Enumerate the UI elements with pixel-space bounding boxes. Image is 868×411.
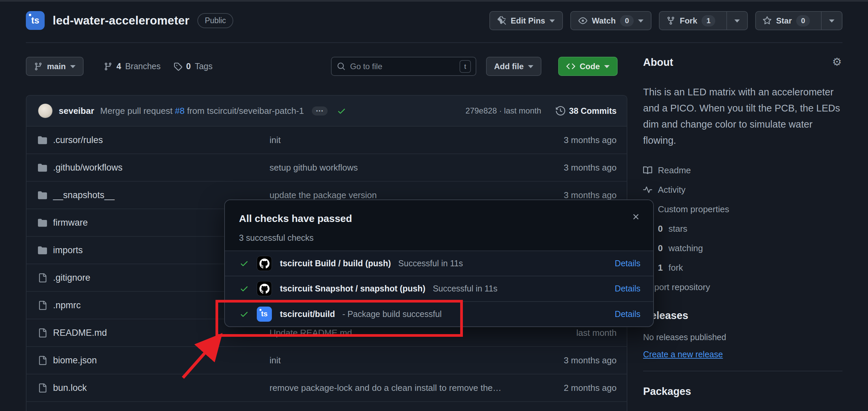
watching-count: 0 (658, 243, 662, 254)
repo-header: ts led-water-accelerometer Public (26, 11, 233, 30)
commit-sha-time[interactable]: 279e828 · last month (466, 106, 541, 116)
checks-dialog: All checks have passed 3 successful chec… (224, 200, 654, 327)
visibility-badge: Public (197, 13, 233, 28)
folder-icon (38, 246, 47, 255)
repo-owner-avatar[interactable]: ts (26, 11, 44, 30)
file-commit-date: 3 months ago (526, 135, 617, 145)
fork-button: Fork 1 (659, 11, 748, 30)
star-count: 0 (796, 15, 810, 27)
file-name[interactable]: __snapshots__ (53, 190, 115, 201)
file-commit-message[interactable]: init (270, 355, 526, 366)
go-to-file-box: t (331, 57, 476, 76)
details-link[interactable]: Details (615, 309, 641, 319)
check-icon (240, 310, 249, 319)
star-dropdown[interactable] (821, 12, 842, 30)
sidebar-item-label: Activity (658, 185, 685, 195)
file-name[interactable]: .npmrc (53, 300, 81, 311)
details-link[interactable]: Details (615, 284, 641, 293)
create-release-link[interactable]: Create a new release (643, 350, 723, 359)
watch-count: 0 (620, 15, 634, 27)
file-commit-message[interactable]: remove package-lock and do a clean insta… (270, 383, 526, 393)
report-repository-link[interactable]: Report repository (643, 277, 842, 297)
book-icon (643, 166, 652, 175)
edit-pins-button[interactable]: Edit Pins (489, 11, 563, 30)
check-name: tscircuit Snapshot / snapshot (push) (280, 284, 425, 293)
tags-label: Tags (195, 61, 213, 71)
file-name[interactable]: .gitignore (53, 273, 90, 283)
star-button-main[interactable]: Star 0 (756, 12, 817, 30)
branch-meta: 4 Branches 0 Tags (104, 57, 213, 76)
file-name[interactable]: bun.lock (53, 383, 87, 393)
sidebar-item-custom-properties[interactable]: Custom properties (643, 200, 842, 219)
file-name[interactable]: firmware (53, 217, 88, 228)
details-link[interactable]: Details (615, 259, 641, 268)
commits-count: 38 Commits (569, 106, 617, 116)
sidebar-item-label: Custom properties (658, 204, 729, 214)
check-status: Successful in 11s (398, 259, 463, 268)
releases-title: Releases (643, 310, 842, 322)
file-commit-message[interactable]: init (270, 135, 526, 145)
file-commit-date: 3 months ago (526, 190, 617, 201)
chevron-down-icon (550, 20, 555, 23)
commit-message[interactable]: Merge pull request #8 from tscircuit/sev… (100, 106, 304, 116)
commit-author-avatar[interactable] (38, 104, 53, 118)
file-name-cell: README.md (38, 328, 270, 338)
commit-history-link[interactable]: 38 Commits (556, 106, 617, 116)
close-icon[interactable] (631, 212, 641, 221)
file-icon (38, 328, 47, 337)
check-status: - Package build successful (342, 309, 442, 319)
file-commit-message[interactable]: Update README.md (270, 328, 526, 338)
branches-link[interactable]: 4 Branches (104, 61, 161, 71)
fork-dropdown[interactable] (726, 12, 747, 30)
sidebar-item-readme[interactable]: Readme (643, 160, 842, 180)
github-repo-page: ts led-water-accelerometer Public Edit P… (0, 0, 868, 411)
github-icon (257, 256, 272, 271)
edit-pins-label: Edit Pins (511, 16, 546, 26)
chevron-down-icon (638, 20, 644, 23)
github-icon (257, 281, 272, 296)
chevron-down-icon (604, 65, 610, 68)
repo-title[interactable]: led-water-accelerometer (53, 14, 189, 27)
fork-icon (666, 16, 675, 25)
file-commit-date: last month (526, 328, 617, 338)
branch-selector[interactable]: main (26, 57, 84, 76)
code-button[interactable]: Code (558, 57, 618, 76)
file-icon (38, 383, 47, 392)
check-name: tscircuit/build (280, 309, 335, 319)
checks-status-icon[interactable] (337, 107, 346, 116)
file-name[interactable]: .cursor/rules (53, 135, 103, 145)
chevron-down-icon (735, 20, 740, 23)
file-commit-message[interactable]: update the package version (270, 190, 526, 201)
fork-button-main[interactable]: Fork 1 (659, 12, 722, 30)
tags-link[interactable]: 0 Tags (174, 61, 213, 71)
tscircuit-icon: ts (257, 306, 272, 322)
file-name[interactable]: .github/workflows (53, 163, 123, 173)
commit-author[interactable]: seveibar (59, 106, 94, 116)
file-name[interactable]: imports (53, 245, 83, 256)
sidebar-item-watching[interactable]: 0 watching (643, 238, 842, 258)
file-icon (38, 356, 47, 365)
file-name[interactable]: biome.json (53, 355, 97, 366)
sidebar-item-forks[interactable]: 1 fork (643, 258, 842, 277)
history-icon (556, 106, 565, 116)
add-file-button[interactable]: Add file (486, 57, 541, 76)
commit-description-toggle[interactable]: … (312, 107, 328, 116)
header-divider (26, 42, 842, 43)
watch-button[interactable]: Watch 0 (570, 11, 651, 30)
checks-dialog-subtitle: 3 successful checks (239, 233, 640, 243)
go-to-file-input[interactable] (350, 62, 455, 71)
sidebar-divider (643, 371, 842, 371)
eye-icon (578, 16, 587, 25)
sidebar-item-stars[interactable]: 0 stars (643, 219, 842, 238)
branches-count: 4 (117, 61, 121, 71)
table-row: .github/workflows setup github workflows… (27, 154, 627, 182)
file-name[interactable]: README.md (53, 328, 107, 338)
stars-count: 0 (658, 224, 662, 234)
pr-link[interactable]: #8 (175, 106, 185, 116)
file-commit-message[interactable]: setup github workflows (270, 163, 526, 173)
latest-commit-bar: seveibar Merge pull request #8 from tsci… (27, 96, 627, 126)
table-row: bun.lock remove package-lock and do a cl… (27, 374, 627, 402)
gear-icon[interactable]: ⚙ (832, 56, 842, 67)
checks-dialog-header: All checks have passed 3 successful chec… (225, 200, 653, 251)
sidebar-item-activity[interactable]: Activity (643, 180, 842, 200)
